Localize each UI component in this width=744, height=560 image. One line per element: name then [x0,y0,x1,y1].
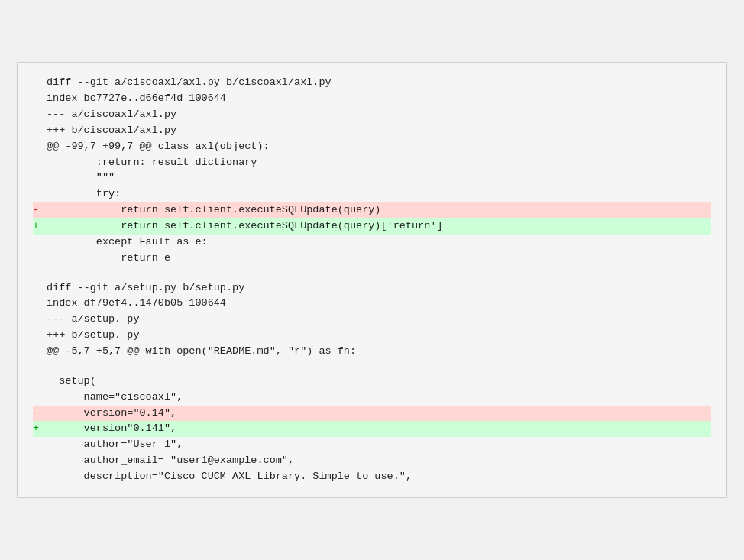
line-prefix: - [33,202,47,218]
line-content: @@ -5,7 +5,7 @@ with open("README.md", "… [47,344,711,360]
diff-line: @@ -5,7 +5,7 @@ with open("README.md", "… [33,344,711,360]
line-content: return e [47,251,711,267]
line-content: version"0.141", [47,421,711,437]
blank-line [33,360,711,374]
line-content: author="User 1", [47,437,711,453]
line-content: setup( [47,374,711,390]
diff-viewer: diff --git a/ciscoaxl/axl.py b/ciscoaxl/… [17,62,727,498]
diff-line: setup( [33,374,711,390]
line-content: except Fault as e: [47,235,711,251]
diff-line: try: [33,186,711,202]
line-content: name="ciscoaxl", [47,390,711,406]
line-prefix: - [33,406,47,422]
diff-line: return e [33,251,711,267]
line-content: index df79ef4..1470b05 100644 [47,296,711,312]
line-content: --- a/ciscoaxl/axl.py [47,107,711,123]
diff-line: except Fault as e: [33,235,711,251]
diff-line: :return: result dictionary [33,155,711,171]
diff-line: +++ b/setup. py [33,328,711,344]
line-content: version="0.14", [47,406,711,422]
line-content: index bc7727e..d66ef4d 100644 [47,91,711,107]
line-content: +++ b/ciscoaxl/axl.py [47,123,711,139]
diff-line: author_email= "user1@example.com", [33,453,711,469]
line-content: @@ -99,7 +99,7 @@ class axl(object): [47,139,711,155]
diff-line: + version"0.141", [33,421,711,437]
diff-line: --- a/setup. py [33,312,711,328]
line-content: diff --git a/setup.py b/setup.py [47,280,711,296]
line-content: description="Cisco CUCM AXL Library. Sim… [47,469,711,485]
diff-line: - return self.client.executeSQLUpdate(qu… [33,202,711,218]
line-content: """ [47,170,711,186]
line-content: +++ b/setup. py [47,328,711,344]
diff-line: author="User 1", [33,437,711,453]
diff-line: --- a/ciscoaxl/axl.py [33,107,711,123]
line-prefix: + [33,421,47,437]
diff-line: index bc7727e..d66ef4d 100644 [33,91,711,107]
line-content: --- a/setup. py [47,312,711,328]
diff-line: @@ -99,7 +99,7 @@ class axl(object): [33,139,711,155]
line-prefix: + [33,218,47,235]
diff-line: + return self.client.executeSQLUpdate(qu… [33,218,711,235]
diff-line: - version="0.14", [33,406,711,422]
line-content: diff --git a/ciscoaxl/axl.py b/ciscoaxl/… [47,75,711,91]
line-content: author_email= "user1@example.com", [47,453,711,469]
line-content: return self.client.executeSQLUpdate(quer… [47,218,711,235]
diff-line: name="ciscoaxl", [33,390,711,406]
diff-line: diff --git a/ciscoaxl/axl.py b/ciscoaxl/… [33,75,711,91]
diff-line: diff --git a/setup.py b/setup.py [33,280,711,296]
diff-line: index df79ef4..1470b05 100644 [33,296,711,312]
line-content: try: [47,186,711,202]
line-content: return self.client.executeSQLUpdate(quer… [47,202,711,218]
diff-line: """ [33,170,711,186]
line-content: :return: result dictionary [47,155,711,171]
diff-line: description="Cisco CUCM AXL Library. Sim… [33,469,711,485]
diff-line: +++ b/ciscoaxl/axl.py [33,123,711,139]
blank-line [33,267,711,280]
